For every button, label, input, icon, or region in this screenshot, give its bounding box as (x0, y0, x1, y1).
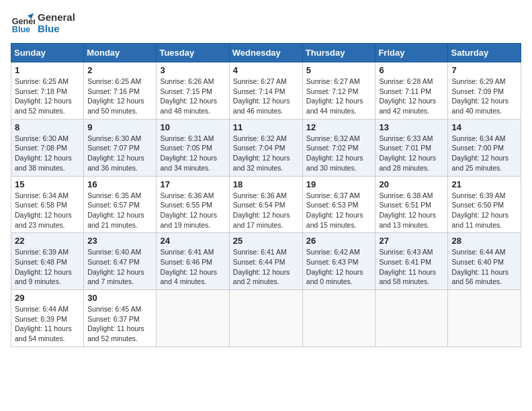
day-info: Sunrise: 6:45 AM Sunset: 6:37 PM Dayligh… (87, 304, 152, 344)
day-info: Sunrise: 6:25 AM Sunset: 7:18 PM Dayligh… (15, 77, 80, 116)
day-info: Sunrise: 6:28 AM Sunset: 7:11 PM Dayligh… (379, 77, 444, 116)
day-number: 24 (160, 236, 225, 246)
col-header-wednesday: Wednesday (229, 44, 302, 62)
day-number: 25 (233, 236, 299, 246)
day-cell (448, 290, 521, 347)
day-cell: 30Sunrise: 6:45 AM Sunset: 6:37 PM Dayli… (84, 290, 157, 347)
day-number: 22 (15, 236, 80, 246)
day-info: Sunrise: 6:36 AM Sunset: 6:54 PM Dayligh… (233, 191, 299, 230)
day-cell: 15Sunrise: 6:34 AM Sunset: 6:58 PM Dayli… (11, 176, 84, 233)
day-cell: 7Sunrise: 6:29 AM Sunset: 7:09 PM Daylig… (448, 62, 521, 120)
col-header-thursday: Thursday (302, 44, 375, 62)
day-number: 3 (160, 65, 225, 75)
day-info: Sunrise: 6:43 AM Sunset: 6:41 PM Dayligh… (379, 247, 444, 287)
day-number: 1 (15, 65, 80, 75)
day-number: 10 (160, 122, 225, 132)
day-number: 13 (379, 122, 444, 132)
day-cell: 26Sunrise: 6:42 AM Sunset: 6:43 PM Dayli… (302, 233, 375, 290)
col-header-sunday: Sunday (11, 44, 84, 62)
day-number: 8 (15, 122, 80, 132)
page-header: General Blue General Blue (11, 11, 521, 35)
day-info: Sunrise: 6:31 AM Sunset: 7:05 PM Dayligh… (160, 134, 225, 173)
day-number: 14 (451, 122, 517, 132)
day-cell: 22Sunrise: 6:39 AM Sunset: 6:48 PM Dayli… (11, 233, 84, 290)
day-info: Sunrise: 6:33 AM Sunset: 7:01 PM Dayligh… (379, 134, 444, 173)
calendar-table: SundayMondayTuesdayWednesdayThursdayFrid… (11, 43, 521, 347)
day-info: Sunrise: 6:34 AM Sunset: 7:00 PM Dayligh… (451, 134, 517, 173)
day-number: 26 (306, 236, 372, 246)
day-cell: 17Sunrise: 6:36 AM Sunset: 6:55 PM Dayli… (157, 176, 229, 233)
day-cell: 12Sunrise: 6:32 AM Sunset: 7:02 PM Dayli… (302, 119, 375, 176)
day-number: 9 (87, 122, 152, 132)
day-cell (157, 290, 229, 347)
day-number: 21 (451, 179, 517, 189)
day-number: 27 (379, 236, 444, 246)
day-number: 11 (233, 122, 299, 132)
day-number: 2 (87, 65, 152, 75)
day-cell: 10Sunrise: 6:31 AM Sunset: 7:05 PM Dayli… (157, 119, 229, 176)
day-info: Sunrise: 6:44 AM Sunset: 6:39 PM Dayligh… (15, 304, 80, 344)
day-info: Sunrise: 6:34 AM Sunset: 6:58 PM Dayligh… (15, 191, 80, 230)
day-number: 23 (87, 236, 152, 246)
day-cell: 18Sunrise: 6:36 AM Sunset: 6:54 PM Dayli… (229, 176, 302, 233)
col-header-tuesday: Tuesday (157, 44, 229, 62)
day-number: 18 (233, 179, 299, 189)
day-number: 29 (15, 293, 80, 303)
day-cell (302, 290, 375, 347)
day-cell: 5Sunrise: 6:27 AM Sunset: 7:12 PM Daylig… (302, 62, 375, 120)
day-cell: 4Sunrise: 6:27 AM Sunset: 7:14 PM Daylig… (229, 62, 302, 120)
logo: General Blue General Blue (11, 11, 75, 35)
day-info: Sunrise: 6:29 AM Sunset: 7:09 PM Dayligh… (451, 77, 517, 116)
day-info: Sunrise: 6:40 AM Sunset: 6:47 PM Dayligh… (87, 247, 152, 287)
day-info: Sunrise: 6:27 AM Sunset: 7:14 PM Dayligh… (233, 77, 299, 116)
col-header-friday: Friday (375, 44, 448, 62)
day-info: Sunrise: 6:26 AM Sunset: 7:15 PM Dayligh… (160, 77, 225, 116)
day-info: Sunrise: 6:44 AM Sunset: 6:40 PM Dayligh… (451, 247, 517, 287)
col-header-saturday: Saturday (448, 44, 521, 62)
day-cell: 13Sunrise: 6:33 AM Sunset: 7:01 PM Dayli… (375, 119, 448, 176)
day-cell: 29Sunrise: 6:44 AM Sunset: 6:39 PM Dayli… (11, 290, 84, 347)
day-cell: 1Sunrise: 6:25 AM Sunset: 7:18 PM Daylig… (11, 62, 84, 120)
day-cell: 9Sunrise: 6:30 AM Sunset: 7:07 PM Daylig… (84, 119, 157, 176)
col-header-monday: Monday (84, 44, 157, 62)
day-number: 17 (160, 179, 225, 189)
day-cell: 27Sunrise: 6:43 AM Sunset: 6:41 PM Dayli… (375, 233, 448, 290)
day-number: 6 (379, 65, 444, 75)
day-number: 5 (306, 65, 372, 75)
day-cell: 11Sunrise: 6:32 AM Sunset: 7:04 PM Dayli… (229, 119, 302, 176)
day-number: 7 (451, 65, 517, 75)
day-info: Sunrise: 6:39 AM Sunset: 6:48 PM Dayligh… (15, 247, 80, 287)
week-row-5: 29Sunrise: 6:44 AM Sunset: 6:39 PM Dayli… (11, 290, 521, 347)
day-info: Sunrise: 6:38 AM Sunset: 6:51 PM Dayligh… (379, 191, 444, 230)
day-number: 28 (451, 236, 517, 246)
day-info: Sunrise: 6:42 AM Sunset: 6:43 PM Dayligh… (306, 247, 372, 287)
day-cell (229, 290, 302, 347)
day-cell (375, 290, 448, 347)
day-info: Sunrise: 6:32 AM Sunset: 7:02 PM Dayligh… (306, 134, 372, 173)
day-info: Sunrise: 6:41 AM Sunset: 6:44 PM Dayligh… (233, 247, 299, 287)
day-info: Sunrise: 6:37 AM Sunset: 6:53 PM Dayligh… (306, 191, 372, 230)
day-cell: 8Sunrise: 6:30 AM Sunset: 7:08 PM Daylig… (11, 119, 84, 176)
logo-general: General (38, 11, 75, 23)
day-number: 4 (233, 65, 299, 75)
calendar-header-row: SundayMondayTuesdayWednesdayThursdayFrid… (11, 44, 521, 62)
day-info: Sunrise: 6:41 AM Sunset: 6:46 PM Dayligh… (160, 247, 225, 287)
day-info: Sunrise: 6:30 AM Sunset: 7:07 PM Dayligh… (87, 134, 152, 173)
day-cell: 6Sunrise: 6:28 AM Sunset: 7:11 PM Daylig… (375, 62, 448, 120)
week-row-2: 8Sunrise: 6:30 AM Sunset: 7:08 PM Daylig… (11, 119, 521, 176)
day-info: Sunrise: 6:27 AM Sunset: 7:12 PM Dayligh… (306, 77, 372, 116)
day-info: Sunrise: 6:30 AM Sunset: 7:08 PM Dayligh… (15, 134, 80, 173)
day-cell: 23Sunrise: 6:40 AM Sunset: 6:47 PM Dayli… (84, 233, 157, 290)
day-number: 20 (379, 179, 444, 189)
day-cell: 21Sunrise: 6:39 AM Sunset: 6:50 PM Dayli… (448, 176, 521, 233)
day-number: 16 (87, 179, 152, 189)
day-cell: 14Sunrise: 6:34 AM Sunset: 7:00 PM Dayli… (448, 119, 521, 176)
day-cell: 19Sunrise: 6:37 AM Sunset: 6:53 PM Dayli… (302, 176, 375, 233)
day-info: Sunrise: 6:32 AM Sunset: 7:04 PM Dayligh… (233, 134, 299, 173)
day-cell: 24Sunrise: 6:41 AM Sunset: 6:46 PM Dayli… (157, 233, 229, 290)
logo-blue: Blue (38, 23, 75, 34)
day-cell: 28Sunrise: 6:44 AM Sunset: 6:40 PM Dayli… (448, 233, 521, 290)
logo-icon: General Blue (11, 11, 35, 35)
week-row-3: 15Sunrise: 6:34 AM Sunset: 6:58 PM Dayli… (11, 176, 521, 233)
day-info: Sunrise: 6:35 AM Sunset: 6:57 PM Dayligh… (87, 191, 152, 230)
